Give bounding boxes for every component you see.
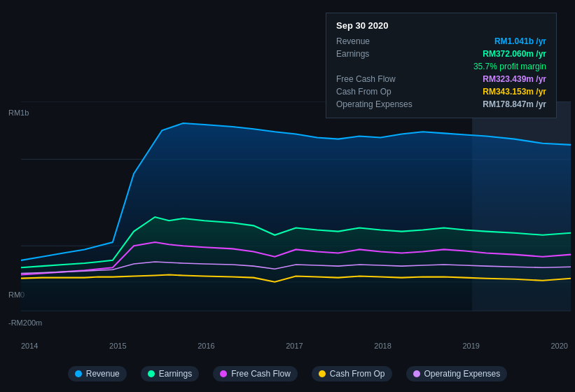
chart-legend: Revenue Earnings Free Cash Flow Cash Fro… bbox=[0, 366, 575, 382]
x-label-2016: 2016 bbox=[198, 342, 214, 350]
x-label-2015: 2015 bbox=[109, 342, 126, 350]
legend-label-revenue: Revenue bbox=[86, 369, 120, 379]
tooltip-label-revenue: Revenue bbox=[336, 36, 370, 46]
legend-dot-opex bbox=[413, 370, 420, 377]
tooltip-row-earnings: Earnings RM372.060m /yr bbox=[336, 48, 546, 60]
tooltip-label-earnings: Earnings bbox=[336, 49, 369, 59]
tooltip-row-margin: 35.7% profit margin bbox=[336, 60, 546, 73]
tooltip-row-cashfromop: Cash From Op RM343.153m /yr bbox=[336, 85, 546, 98]
legend-item-opex[interactable]: Operating Expenses bbox=[406, 366, 508, 382]
legend-dot-fcf bbox=[220, 370, 227, 377]
tooltip-label-cashfromop: Cash From Op bbox=[336, 87, 392, 97]
tooltip-value-opex: RM178.847m /yr bbox=[483, 99, 546, 109]
legend-dot-revenue bbox=[75, 370, 82, 377]
tooltip-date: Sep 30 2020 bbox=[336, 20, 546, 31]
legend-item-fcf[interactable]: Free Cash Flow bbox=[213, 366, 298, 382]
x-axis: 2014 2015 2016 2017 2018 2019 2020 bbox=[21, 342, 568, 350]
tooltip-label-opex: Operating Expenses bbox=[336, 99, 413, 109]
tooltip-value-cashfromop: RM343.153m /yr bbox=[483, 87, 546, 97]
x-label-2014: 2014 bbox=[21, 342, 38, 350]
tooltip-label-fcf: Free Cash Flow bbox=[336, 74, 396, 84]
legend-label-fcf: Free Cash Flow bbox=[231, 369, 291, 379]
tooltip-panel: Sep 30 2020 Revenue RM1.041b /yr Earning… bbox=[326, 13, 557, 118]
legend-item-cashfromop[interactable]: Cash From Op bbox=[312, 366, 392, 382]
chart-container: Sep 30 2020 Revenue RM1.041b /yr Earning… bbox=[0, 0, 575, 392]
x-label-2019: 2019 bbox=[462, 342, 479, 350]
legend-dot-earnings bbox=[148, 370, 155, 377]
legend-label-opex: Operating Expenses bbox=[424, 369, 501, 379]
x-label-2020: 2020 bbox=[550, 342, 567, 350]
x-label-2017: 2017 bbox=[286, 342, 303, 350]
tooltip-value-fcf: RM323.439m /yr bbox=[483, 74, 546, 84]
legend-label-cashfromop: Cash From Op bbox=[330, 369, 385, 379]
legend-item-earnings[interactable]: Earnings bbox=[141, 366, 199, 382]
tooltip-row-opex: Operating Expenses RM178.847m /yr bbox=[336, 98, 546, 111]
tooltip-value-revenue: RM1.041b /yr bbox=[494, 36, 546, 46]
x-label-2018: 2018 bbox=[374, 342, 391, 350]
chart-svg bbox=[21, 102, 571, 332]
tooltip-profit-margin: 35.7% profit margin bbox=[468, 62, 546, 71]
tooltip-row-fcf: Free Cash Flow RM323.439m /yr bbox=[336, 73, 546, 85]
legend-label-earnings: Earnings bbox=[159, 369, 192, 379]
tooltip-row-revenue: Revenue RM1.041b /yr bbox=[336, 35, 546, 48]
legend-dot-cashfromop bbox=[319, 370, 326, 377]
legend-item-revenue[interactable]: Revenue bbox=[68, 366, 127, 382]
tooltip-value-earnings: RM372.060m /yr bbox=[483, 49, 546, 59]
